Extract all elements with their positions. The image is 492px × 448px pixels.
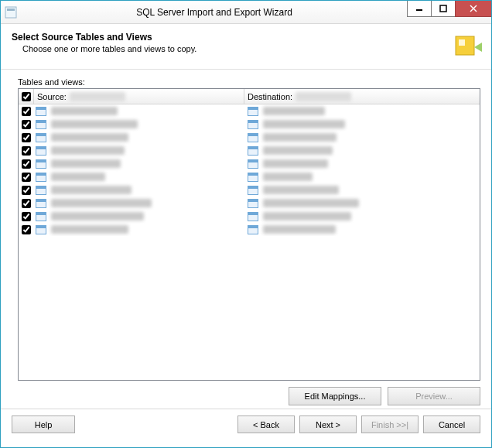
table-row[interactable] bbox=[19, 118, 480, 131]
close-button[interactable] bbox=[455, 0, 492, 17]
row-source-cell[interactable] bbox=[34, 107, 244, 116]
row-checkbox-cell[interactable] bbox=[19, 212, 34, 221]
source-table-name-redacted bbox=[51, 133, 128, 142]
maximize-button[interactable] bbox=[431, 0, 456, 17]
content-area: Tables and views: Source: Destination: bbox=[1, 70, 491, 381]
row-destination-cell[interactable] bbox=[244, 120, 480, 129]
table-row[interactable] bbox=[19, 210, 480, 223]
row-source-cell[interactable] bbox=[34, 120, 244, 129]
table-row[interactable] bbox=[19, 197, 480, 210]
destination-name-redacted bbox=[296, 92, 351, 101]
back-button[interactable]: < Back bbox=[237, 416, 295, 433]
row-checkbox[interactable] bbox=[22, 225, 31, 234]
row-destination-cell[interactable] bbox=[244, 212, 480, 221]
row-checkbox[interactable] bbox=[22, 146, 31, 156]
row-destination-cell[interactable] bbox=[244, 133, 480, 142]
svg-rect-3 bbox=[440, 5, 446, 12]
table-icon bbox=[36, 199, 46, 208]
row-checkbox-cell[interactable] bbox=[19, 186, 34, 195]
table-row[interactable] bbox=[19, 131, 480, 144]
table-icon bbox=[248, 146, 258, 156]
row-source-cell[interactable] bbox=[34, 186, 244, 195]
table-icon bbox=[36, 159, 46, 169]
row-destination-cell[interactable] bbox=[244, 173, 480, 182]
source-table-name-redacted bbox=[51, 107, 118, 115]
table-icon bbox=[248, 173, 258, 182]
grid-header: Source: Destination: bbox=[19, 89, 480, 104]
wizard-footer: Help < Back Next > Finish >>| Cancel bbox=[1, 409, 491, 439]
header-checkbox-cell[interactable] bbox=[19, 89, 34, 104]
source-table-name-redacted bbox=[51, 120, 138, 128]
row-checkbox-cell[interactable] bbox=[19, 199, 34, 208]
edit-mappings-button[interactable]: Edit Mappings... bbox=[289, 387, 381, 405]
help-button[interactable]: Help bbox=[12, 416, 75, 433]
column-header-destination-label: Destination: bbox=[248, 92, 292, 101]
row-destination-cell[interactable] bbox=[244, 199, 480, 208]
row-source-cell[interactable] bbox=[34, 146, 244, 156]
row-checkbox-cell[interactable] bbox=[19, 120, 34, 129]
table-icon bbox=[248, 186, 258, 195]
table-row[interactable] bbox=[19, 144, 480, 157]
row-source-cell[interactable] bbox=[34, 199, 244, 208]
tables-grid[interactable]: Source: Destination: bbox=[18, 88, 480, 381]
source-name-redacted bbox=[70, 92, 125, 101]
row-checkbox[interactable] bbox=[22, 212, 31, 221]
row-source-cell[interactable] bbox=[34, 159, 244, 169]
app-icon bbox=[1, 6, 21, 19]
row-checkbox-cell[interactable] bbox=[19, 173, 34, 182]
row-destination-cell[interactable] bbox=[244, 159, 480, 169]
column-header-source[interactable]: Source: bbox=[34, 89, 244, 104]
table-icon bbox=[36, 173, 46, 182]
table-icon bbox=[248, 120, 258, 129]
table-icon bbox=[36, 133, 46, 142]
row-checkbox-cell[interactable] bbox=[19, 107, 34, 116]
row-destination-cell[interactable] bbox=[244, 225, 480, 234]
wizard-logo-icon bbox=[451, 32, 482, 63]
row-source-cell[interactable] bbox=[34, 212, 244, 221]
row-destination-cell[interactable] bbox=[244, 186, 480, 195]
minimize-button[interactable] bbox=[407, 0, 432, 17]
window-controls bbox=[408, 0, 492, 17]
row-checkbox[interactable] bbox=[22, 199, 31, 208]
row-checkbox-cell[interactable] bbox=[19, 225, 34, 234]
column-header-source-label: Source: bbox=[37, 92, 67, 101]
row-checkbox[interactable] bbox=[22, 107, 31, 116]
next-button[interactable]: Next > bbox=[299, 416, 357, 433]
row-checkbox[interactable] bbox=[22, 159, 31, 169]
destination-table-name-redacted bbox=[263, 120, 345, 128]
cancel-button[interactable]: Cancel bbox=[423, 416, 480, 433]
table-row[interactable] bbox=[19, 183, 480, 197]
row-checkbox-cell[interactable] bbox=[19, 133, 34, 142]
table-row[interactable] bbox=[19, 170, 480, 183]
table-row[interactable] bbox=[19, 104, 480, 118]
finish-button[interactable]: Finish >>| bbox=[361, 416, 419, 433]
table-row[interactable] bbox=[19, 157, 480, 170]
grid-body bbox=[19, 104, 480, 236]
select-all-checkbox[interactable] bbox=[22, 92, 31, 101]
row-source-cell[interactable] bbox=[34, 225, 244, 234]
row-destination-cell[interactable] bbox=[244, 146, 480, 156]
destination-table-name-redacted bbox=[263, 212, 351, 221]
row-checkbox[interactable] bbox=[22, 120, 31, 129]
table-row[interactable] bbox=[19, 223, 480, 236]
table-icon bbox=[36, 186, 46, 195]
row-checkbox[interactable] bbox=[22, 133, 31, 142]
row-source-cell[interactable] bbox=[34, 173, 244, 182]
svg-rect-1 bbox=[7, 9, 15, 11]
table-icon bbox=[248, 225, 258, 234]
row-checkbox[interactable] bbox=[22, 186, 31, 195]
column-header-destination[interactable]: Destination: bbox=[244, 89, 480, 104]
row-destination-cell[interactable] bbox=[244, 107, 480, 116]
source-table-name-redacted bbox=[51, 159, 121, 168]
window-title: SQL Server Import and Export Wizard bbox=[21, 7, 408, 18]
titlebar: SQL Server Import and Export Wizard bbox=[1, 1, 491, 24]
row-source-cell[interactable] bbox=[34, 133, 244, 142]
row-checkbox[interactable] bbox=[22, 173, 31, 182]
svg-rect-7 bbox=[459, 39, 465, 46]
preview-button[interactable]: Preview... bbox=[388, 387, 480, 405]
destination-table-name-redacted bbox=[263, 225, 336, 234]
row-checkbox-cell[interactable] bbox=[19, 159, 34, 169]
destination-table-name-redacted bbox=[263, 199, 359, 207]
row-checkbox-cell[interactable] bbox=[19, 146, 34, 156]
page-heading: Select Source Tables and Views bbox=[12, 32, 196, 43]
